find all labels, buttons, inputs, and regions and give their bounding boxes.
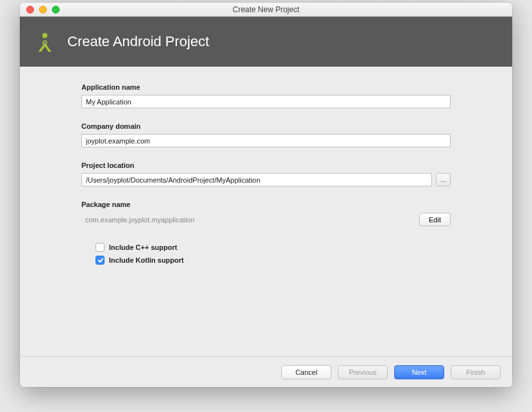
edit-package-button[interactable]: Edit xyxy=(419,213,451,226)
field-project-location: Project location … xyxy=(81,161,451,186)
svg-point-1 xyxy=(43,41,47,45)
input-app-name[interactable] xyxy=(81,95,451,108)
header-title: Create Android Project xyxy=(67,33,209,50)
checkbox-kotlin-support[interactable]: Include Kotlin support xyxy=(96,256,451,265)
label-company-domain: Company domain xyxy=(81,122,451,130)
button-bar: Cancel Previous Next Finish xyxy=(20,356,512,387)
android-studio-icon xyxy=(33,29,57,54)
options-group: Include C++ support Include Kotlin suppo… xyxy=(81,243,451,265)
label-package-name: Package name xyxy=(81,201,451,208)
input-company-domain[interactable] xyxy=(81,134,451,147)
field-company-domain: Company domain xyxy=(81,122,451,147)
svg-point-0 xyxy=(42,33,47,38)
cancel-button[interactable]: Cancel xyxy=(281,365,331,379)
browse-button[interactable]: … xyxy=(436,173,451,186)
field-package-name: Package name com.example.joyplot.myappli… xyxy=(81,201,451,226)
finish-button[interactable]: Finish xyxy=(451,365,501,379)
package-name-value: com.example.joyplot.myapplication xyxy=(81,216,195,224)
form-area: Application name Company domain Project … xyxy=(20,67,512,356)
previous-button[interactable]: Previous xyxy=(338,365,388,379)
checkbox-icon xyxy=(96,243,104,252)
field-app-name: Application name xyxy=(81,83,451,108)
maximize-icon[interactable] xyxy=(52,6,60,13)
next-button[interactable]: Next xyxy=(394,365,444,379)
label-project-location: Project location xyxy=(81,161,451,169)
close-icon[interactable] xyxy=(26,6,34,13)
label-app-name: Application name xyxy=(81,83,451,91)
minimize-icon[interactable] xyxy=(39,6,47,13)
window-controls xyxy=(20,6,60,13)
titlebar: Create New Project xyxy=(20,3,512,17)
checkbox-icon xyxy=(96,256,104,265)
input-project-location[interactable] xyxy=(81,173,432,186)
dialog-window: Create New Project Create Android Projec… xyxy=(20,3,512,387)
checkbox-kotlin-label: Include Kotlin support xyxy=(109,256,184,264)
header-banner: Create Android Project xyxy=(20,17,512,67)
window-title: Create New Project xyxy=(20,5,512,14)
checkbox-cpp-label: Include C++ support xyxy=(109,243,177,251)
checkbox-cpp-support[interactable]: Include C++ support xyxy=(96,243,451,252)
